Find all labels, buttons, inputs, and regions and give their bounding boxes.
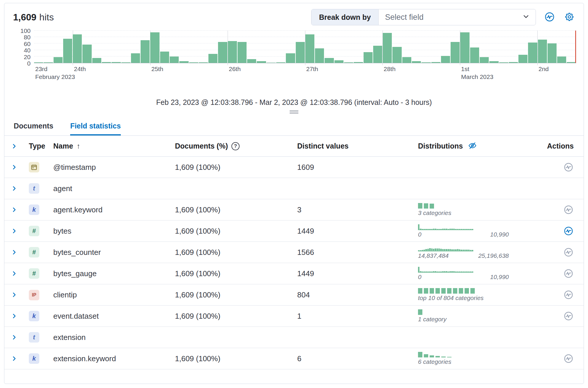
mini-histogram-bar [444, 271, 445, 272]
histogram-bar[interactable] [238, 42, 247, 63]
expand-row-button[interactable] [11, 184, 20, 193]
histogram-bar[interactable] [296, 42, 305, 63]
field-stats-action-button[interactable] [563, 204, 574, 215]
tab-documents[interactable]: Documents [14, 122, 53, 135]
question-mark-icon[interactable]: ? [231, 142, 240, 150]
histogram-bar[interactable] [170, 57, 179, 63]
expand-row-button[interactable] [11, 227, 20, 235]
col-name[interactable]: Name ↑ [53, 142, 175, 150]
histogram-bar[interactable] [325, 58, 334, 63]
histogram-bar[interactable] [111, 62, 121, 63]
histogram-bar[interactable] [228, 41, 237, 63]
distribution-preview[interactable]: 1 category [418, 309, 514, 323]
histogram-bar[interactable] [54, 57, 63, 63]
histogram-bar[interactable] [509, 62, 518, 63]
histogram-bar[interactable] [402, 57, 411, 63]
expand-row-button[interactable] [11, 163, 20, 172]
histogram-bar[interactable] [121, 62, 130, 63]
expand-row-button[interactable] [11, 290, 20, 299]
resize-handle[interactable] [4, 111, 584, 115]
histogram-bar[interactable] [141, 40, 150, 63]
histogram-bar[interactable] [421, 62, 431, 63]
histogram-bar[interactable] [567, 62, 576, 63]
histogram-bar[interactable] [470, 47, 479, 63]
histogram-bar[interactable] [557, 57, 566, 63]
histogram-bar[interactable] [131, 53, 140, 63]
field-stats-action-button[interactable] [563, 311, 574, 321]
histogram-bar[interactable] [267, 63, 276, 63]
eye-slash-icon[interactable] [467, 141, 477, 151]
distribution-preview[interactable]: 3 categories [418, 203, 514, 216]
histogram-bar[interactable] [354, 62, 363, 63]
table-row: tagent [4, 178, 584, 199]
histogram-bar[interactable] [150, 32, 159, 63]
histogram-bar[interactable] [538, 40, 547, 63]
histogram-bar[interactable] [276, 62, 285, 63]
histogram-bar[interactable] [383, 33, 392, 63]
field-stats-action-button[interactable] [563, 247, 574, 258]
histogram-bar[interactable] [431, 62, 440, 63]
expand-row-button[interactable] [11, 354, 20, 363]
histogram-bar[interactable] [334, 60, 343, 63]
histogram-bar[interactable] [460, 32, 469, 63]
distribution-preview[interactable]: 6 categories [418, 352, 514, 365]
tab-field-statistics[interactable]: Field statistics [70, 122, 121, 135]
histogram-bar[interactable] [518, 55, 527, 63]
field-stats-action-button[interactable] [563, 226, 574, 236]
histogram-bar[interactable] [489, 61, 498, 63]
mini-histogram-bar [442, 229, 444, 229]
histogram-bar[interactable] [199, 62, 208, 63]
distribution-range-labels: 010,990 [418, 274, 509, 281]
distribution-preview[interactable]: 010,990 [418, 267, 514, 281]
expand-row-button[interactable] [11, 312, 20, 320]
histogram-bar[interactable] [34, 62, 43, 63]
chart-options-button[interactable] [543, 11, 556, 23]
table-row: #bytes_gauge1,609 (100%)1449010,990 [4, 263, 584, 284]
histogram-bar[interactable] [82, 45, 91, 63]
histogram-bar[interactable] [451, 42, 460, 63]
mini-histogram-bar [425, 271, 427, 272]
histogram-bar[interactable] [63, 39, 72, 63]
histogram-bar[interactable] [305, 34, 314, 63]
histogram-bar[interactable] [218, 42, 227, 63]
field-stats-action-button[interactable] [563, 268, 574, 279]
histogram-bar[interactable] [73, 34, 82, 63]
histogram-bar[interactable] [364, 52, 373, 63]
histogram-bar[interactable] [499, 62, 508, 63]
expand-row-button[interactable] [11, 269, 20, 278]
histogram-bar[interactable] [189, 62, 198, 63]
expand-row-button[interactable] [11, 248, 20, 257]
category-blocks [418, 309, 514, 315]
distribution-preview[interactable]: 010,990 [418, 224, 514, 238]
expand-row-button[interactable] [11, 205, 20, 214]
histogram-bar[interactable] [441, 56, 450, 63]
mini-histogram-bar [437, 271, 438, 272]
histogram-bar[interactable] [160, 52, 169, 63]
distribution-preview[interactable]: top 10 of 804 categories [418, 288, 514, 301]
field-stats-action-button[interactable] [563, 290, 574, 300]
histogram-bar[interactable] [315, 48, 324, 63]
expand-row-button[interactable] [11, 333, 20, 342]
histogram-bar[interactable] [373, 46, 382, 63]
histogram-bar[interactable] [528, 43, 537, 63]
settings-gear-button[interactable] [563, 11, 575, 23]
field-stats-action-button[interactable] [563, 353, 574, 364]
histogram-bar[interactable] [92, 58, 101, 63]
histogram-bar[interactable] [102, 62, 111, 63]
expand-all-button[interactable] [11, 142, 20, 151]
distribution-preview[interactable]: 14,837,48425,196,638 [418, 246, 514, 259]
field-stats-action-button[interactable] [563, 162, 574, 172]
histogram-bar[interactable] [179, 61, 188, 63]
histogram-bar[interactable] [44, 62, 53, 63]
histogram-bar[interactable] [344, 62, 353, 63]
histogram-bar[interactable] [392, 47, 401, 63]
histogram-bar[interactable] [412, 61, 421, 63]
breakdown-select[interactable]: Select field [379, 9, 536, 25]
histogram-bar[interactable] [480, 57, 489, 63]
mini-histogram-bar [448, 271, 449, 272]
histogram-bar[interactable] [247, 59, 256, 63]
histogram-bar[interactable] [548, 43, 557, 63]
histogram-bar[interactable] [208, 54, 217, 63]
histogram-bar[interactable] [286, 53, 295, 63]
histogram-bar[interactable] [257, 61, 266, 63]
